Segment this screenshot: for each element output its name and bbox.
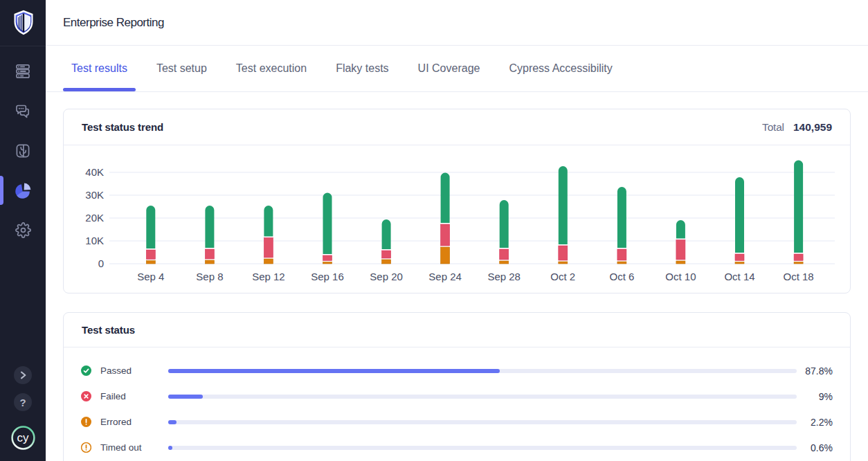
svg-text:Sep 4: Sep 4 (137, 271, 164, 282)
svg-text:cy: cy (17, 431, 29, 444)
svg-text:Sep 24: Sep 24 (428, 271, 462, 282)
svg-text:30K: 30K (85, 189, 104, 201)
svg-text:Oct 6: Oct 6 (609, 271, 634, 282)
svg-text:10K: 10K (85, 235, 104, 246)
svg-text:40K: 40K (85, 166, 104, 178)
svg-text:Sep 8: Sep 8 (196, 271, 223, 282)
svg-text:Oct 10: Oct 10 (665, 271, 696, 282)
svg-text:20K: 20K (85, 212, 104, 224)
svg-text:Sep 16: Sep 16 (311, 271, 344, 282)
svg-text:Sep 20: Sep 20 (370, 271, 403, 282)
svg-text:0: 0 (98, 257, 104, 269)
svg-text:Sep 12: Sep 12 (252, 271, 285, 282)
svg-text:Sep 28: Sep 28 (487, 271, 521, 282)
svg-text:Oct 14: Oct 14 (724, 271, 754, 282)
svg-text:Oct 2: Oct 2 (550, 271, 575, 282)
svg-text:Oct 18: Oct 18 (784, 271, 814, 282)
